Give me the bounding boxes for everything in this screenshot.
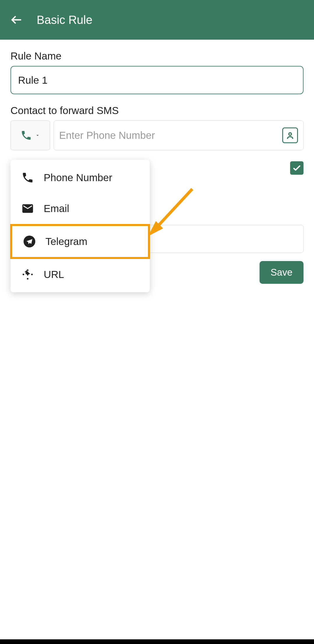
url-icon xyxy=(21,268,34,281)
phone-input-container xyxy=(54,120,304,150)
dropdown-item-phone[interactable]: Phone Number xyxy=(10,162,150,193)
svg-point-3 xyxy=(27,278,29,280)
save-button[interactable]: Save xyxy=(260,261,304,284)
back-button[interactable] xyxy=(8,11,25,29)
svg-point-0 xyxy=(289,133,292,135)
contact-label: Contact to forward SMS xyxy=(10,105,304,116)
dropdown-item-email[interactable]: Email xyxy=(10,193,150,224)
telegram-icon xyxy=(23,235,36,248)
rule-name-label: Rule Name xyxy=(10,50,304,62)
dropdown-item-label: URL xyxy=(44,269,64,280)
app-header: Basic Rule xyxy=(0,0,314,40)
email-icon xyxy=(21,202,34,215)
phone-icon xyxy=(21,171,34,184)
dropdown-item-url[interactable]: URL xyxy=(10,259,150,290)
person-icon xyxy=(285,130,295,141)
dropdown-item-telegram[interactable]: Telegram xyxy=(10,224,150,259)
enable-checkbox[interactable] xyxy=(290,161,304,175)
svg-point-5 xyxy=(31,274,33,275)
dropdown-item-label: Email xyxy=(44,203,69,214)
contact-picker-button[interactable] xyxy=(282,127,298,143)
rule-name-input[interactable] xyxy=(10,66,304,94)
contact-type-dropdown: Phone Number Email Telegram xyxy=(10,160,150,292)
page-title: Basic Rule xyxy=(37,13,92,27)
contact-type-select[interactable] xyxy=(10,120,50,150)
dropdown-item-label: Phone Number xyxy=(44,172,112,183)
svg-point-4 xyxy=(23,274,24,275)
dropdown-item-label: Telegram xyxy=(45,236,87,247)
check-icon xyxy=(292,163,302,173)
phone-icon xyxy=(20,130,32,141)
bottom-spacer xyxy=(0,639,314,644)
chevron-down-icon xyxy=(35,133,40,138)
phone-number-input[interactable] xyxy=(59,130,282,141)
arrow-left-icon xyxy=(10,13,23,26)
svg-point-2 xyxy=(27,270,29,271)
